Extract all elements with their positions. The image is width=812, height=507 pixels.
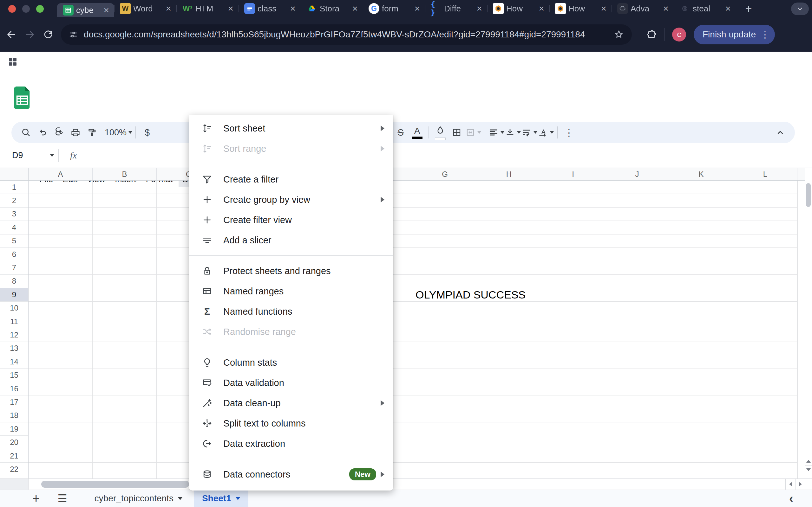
tab-close-icon[interactable]: × — [474, 4, 484, 13]
collapse-side-panel-button[interactable]: ‹ — [789, 492, 793, 505]
row-header-3[interactable]: 3 — [0, 208, 28, 221]
tab-close-icon[interactable]: × — [164, 4, 173, 13]
column-header-G[interactable]: G — [413, 168, 477, 180]
tab-close-icon[interactable]: × — [723, 4, 733, 13]
bookmark-star-icon[interactable] — [613, 29, 624, 40]
text-wrap-button[interactable] — [521, 124, 538, 141]
column-header-I[interactable]: I — [541, 168, 605, 180]
all-sheets-button[interactable]: ☰ — [57, 492, 67, 505]
browser-profile-avatar[interactable]: c — [672, 27, 686, 42]
browser-tab-steal[interactable]: steal× — [674, 0, 736, 17]
fill-color-button[interactable] — [432, 124, 449, 141]
traffic-minimize-button[interactable] — [22, 5, 30, 13]
select-all-corner[interactable] — [0, 168, 29, 181]
browser-tab-how[interactable]: How× — [487, 0, 549, 17]
menu-item-create-a-filter[interactable]: Create a filter — [189, 169, 393, 189]
name-box[interactable]: D9 — [0, 151, 54, 160]
row-header-16[interactable]: 16 — [0, 382, 28, 395]
menu-item-data-clean-up[interactable]: Data clean-up — [189, 393, 393, 413]
row-header-5[interactable]: 5 — [0, 234, 28, 248]
tab-close-icon[interactable]: × — [661, 4, 670, 13]
row-header-13[interactable]: 13 — [0, 342, 28, 355]
zoom-control[interactable]: 100% — [105, 124, 132, 141]
cells-area[interactable]: OLYMPIAD SUCCESS — [29, 181, 798, 478]
menu-item-named-functions[interactable]: ΣNamed functions — [189, 301, 393, 322]
row-header-6[interactable]: 6 — [0, 248, 28, 261]
column-header-B[interactable]: B — [93, 168, 157, 180]
row-header-10[interactable]: 10 — [0, 302, 28, 315]
row-header-7[interactable]: 7 — [0, 261, 28, 274]
menu-item-sort-sheet[interactable]: Sort sheet — [189, 118, 393, 138]
scroll-up-button[interactable] — [805, 457, 812, 465]
tab-close-icon[interactable]: × — [101, 5, 111, 15]
vertical-align-button[interactable] — [505, 124, 521, 141]
browser-tab-word[interactable]: WWord× — [114, 0, 176, 17]
row-header-12[interactable]: 12 — [0, 328, 28, 342]
tab-search-button[interactable] — [791, 3, 809, 15]
menu-item-data-extraction[interactable]: Data extraction — [189, 434, 393, 454]
cell-G9[interactable]: OLYMPIAD SUCCESS — [415, 289, 525, 301]
row-header-9[interactable]: 9 — [0, 288, 28, 301]
row-header-21[interactable]: 21 — [0, 449, 28, 463]
undo-button[interactable] — [34, 124, 51, 141]
row-header-17[interactable]: 17 — [0, 395, 28, 409]
extensions-button[interactable] — [645, 27, 658, 42]
traffic-close-button[interactable] — [8, 5, 16, 13]
menu-item-data-validation[interactable]: Data validation — [189, 373, 393, 393]
scroll-right-button[interactable] — [795, 479, 805, 490]
browser-tab-adva[interactable]: Adva× — [612, 0, 674, 17]
sheets-logo-icon[interactable] — [13, 86, 31, 110]
row-header-18[interactable]: 18 — [0, 409, 28, 422]
column-header-H[interactable]: H — [477, 168, 541, 180]
browser-tab-diffe[interactable]: { }Diffe× — [425, 0, 487, 17]
traffic-zoom-button[interactable] — [36, 5, 44, 13]
add-sheet-button[interactable]: + — [32, 492, 40, 506]
new-tab-button[interactable]: + — [742, 3, 755, 15]
print-button[interactable] — [67, 124, 84, 141]
merge-cells-button[interactable] — [465, 124, 481, 141]
reload-button[interactable] — [41, 27, 55, 42]
vertical-scrollbar-thumb[interactable] — [806, 183, 811, 207]
row-header-14[interactable]: 14 — [0, 355, 28, 369]
horizontal-scrollbar[interactable] — [0, 478, 812, 490]
tab-close-icon[interactable]: × — [537, 4, 546, 13]
hide-toolbar-button[interactable] — [772, 124, 789, 141]
finish-update-menu-icon[interactable]: ⋮ — [760, 29, 770, 40]
row-header-20[interactable]: 20 — [0, 436, 28, 449]
row-header-11[interactable]: 11 — [0, 315, 28, 328]
scroll-down-button[interactable] — [805, 465, 812, 474]
currency-format-button[interactable]: $ — [139, 124, 155, 141]
tab-close-icon[interactable]: × — [288, 4, 298, 13]
tab-close-icon[interactable]: × — [412, 4, 422, 13]
scroll-left-button[interactable] — [785, 479, 795, 490]
text-rotation-button[interactable] — [538, 124, 554, 141]
sheet-tab-sheet1[interactable]: Sheet1 — [194, 490, 248, 507]
paint-format-button[interactable] — [84, 124, 100, 141]
text-color-button[interactable]: A — [409, 124, 425, 141]
row-header-15[interactable]: 15 — [0, 369, 28, 382]
browser-tab-how[interactable]: How× — [549, 0, 612, 17]
horizontal-align-button[interactable] — [488, 124, 505, 141]
browser-tab-cybe[interactable]: cybe× — [57, 3, 114, 17]
menu-item-data-connectors[interactable]: Data connectorsNew — [189, 464, 393, 485]
row-header-1[interactable]: 1 — [0, 181, 28, 194]
tab-close-icon[interactable]: × — [599, 4, 608, 13]
menu-item-named-ranges[interactable]: Named ranges — [189, 281, 393, 301]
back-button[interactable] — [4, 27, 18, 42]
column-header-A[interactable]: A — [29, 168, 93, 180]
borders-button[interactable] — [449, 124, 465, 141]
forward-button[interactable] — [23, 27, 37, 42]
row-header-4[interactable]: 4 — [0, 221, 28, 234]
search-menus-button[interactable] — [18, 124, 34, 141]
formula-input[interactable] — [77, 143, 812, 168]
menu-item-create-group-by-view[interactable]: Create group by view — [189, 189, 393, 210]
redo-button[interactable] — [51, 124, 67, 141]
menu-item-column-stats[interactable]: Column stats — [189, 352, 393, 373]
finish-update-button[interactable]: Finish update ⋮ — [694, 25, 775, 44]
row-header-22[interactable]: 22 — [0, 463, 28, 476]
browser-tab-htm[interactable]: W³HTM× — [176, 0, 239, 17]
browser-tab-class[interactable]: class× — [239, 0, 301, 17]
column-header-K[interactable]: K — [669, 168, 733, 180]
strikethrough-button[interactable]: S — [392, 124, 409, 141]
row-header-19[interactable]: 19 — [0, 422, 28, 436]
